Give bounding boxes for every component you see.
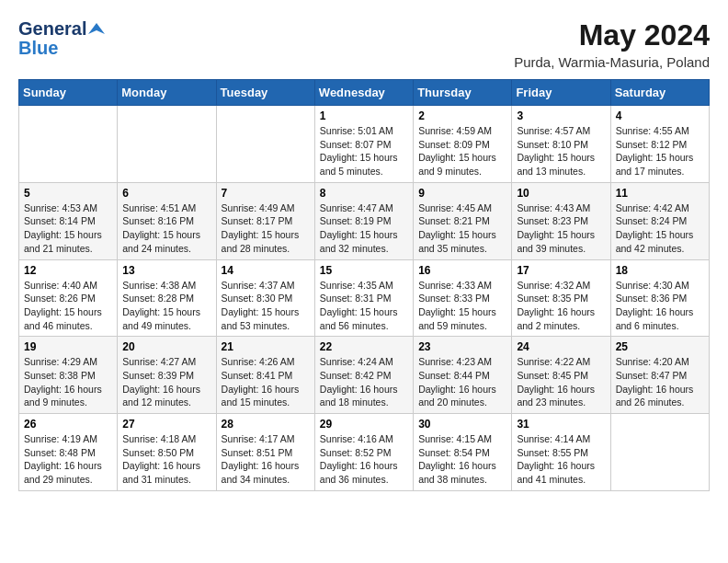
logo: General Blue [18, 18, 105, 59]
calendar-cell: 29Sunrise: 4:16 AM Sunset: 8:52 PM Dayli… [314, 414, 413, 491]
col-header-thursday: Thursday [414, 80, 512, 106]
day-number: 19 [24, 340, 112, 353]
day-info: Sunrise: 4:40 AM Sunset: 8:26 PM Dayligh… [24, 279, 112, 333]
day-info: Sunrise: 4:15 AM Sunset: 8:54 PM Dayligh… [418, 432, 506, 487]
calendar-cell: 23Sunrise: 4:23 AM Sunset: 8:44 PM Dayli… [414, 337, 512, 414]
day-info: Sunrise: 4:45 AM Sunset: 8:21 PM Dayligh… [418, 201, 506, 256]
calendar-week-row: 5Sunrise: 4:53 AM Sunset: 8:14 PM Daylig… [19, 182, 710, 259]
logo-bird-icon [88, 21, 105, 38]
calendar-cell: 12Sunrise: 4:40 AM Sunset: 8:26 PM Dayli… [19, 259, 118, 337]
day-number: 17 [517, 264, 605, 277]
calendar-cell: 24Sunrise: 4:22 AM Sunset: 8:45 PM Dayli… [512, 337, 610, 414]
day-info: Sunrise: 4:42 AM Sunset: 8:24 PM Dayligh… [616, 201, 704, 256]
day-number: 26 [24, 418, 112, 431]
calendar-cell [216, 106, 314, 183]
day-number: 1 [320, 109, 408, 122]
calendar-cell: 5Sunrise: 4:53 AM Sunset: 8:14 PM Daylig… [19, 182, 118, 259]
calendar-cell: 31Sunrise: 4:14 AM Sunset: 8:55 PM Dayli… [512, 414, 610, 491]
day-number: 28 [222, 418, 310, 431]
day-info: Sunrise: 4:24 AM Sunset: 8:42 PM Dayligh… [320, 355, 408, 409]
day-info: Sunrise: 4:26 AM Sunset: 8:41 PM Dayligh… [222, 355, 310, 409]
calendar-cell: 15Sunrise: 4:35 AM Sunset: 8:31 PM Dayli… [314, 259, 413, 337]
day-info: Sunrise: 4:17 AM Sunset: 8:51 PM Dayligh… [222, 432, 310, 487]
calendar-cell [610, 414, 709, 491]
day-info: Sunrise: 4:49 AM Sunset: 8:17 PM Dayligh… [222, 201, 310, 256]
title-area: May 2024 Purda, Warmia-Masuria, Poland [514, 18, 710, 70]
calendar-cell: 26Sunrise: 4:19 AM Sunset: 8:48 PM Dayli… [19, 414, 118, 491]
day-info: Sunrise: 4:19 AM Sunset: 8:48 PM Dayligh… [24, 432, 112, 487]
day-number: 9 [418, 187, 506, 200]
calendar-week-row: 19Sunrise: 4:29 AM Sunset: 8:38 PM Dayli… [19, 337, 710, 414]
day-info: Sunrise: 4:43 AM Sunset: 8:23 PM Dayligh… [517, 201, 605, 256]
col-header-friday: Friday [512, 80, 610, 106]
day-number: 11 [616, 187, 704, 200]
calendar-cell: 6Sunrise: 4:51 AM Sunset: 8:16 PM Daylig… [118, 182, 216, 259]
month-title: May 2024 [514, 18, 710, 52]
calendar-cell: 13Sunrise: 4:38 AM Sunset: 8:28 PM Dayli… [118, 259, 216, 337]
day-number: 18 [616, 264, 704, 277]
day-number: 22 [320, 340, 408, 353]
day-info: Sunrise: 4:30 AM Sunset: 8:36 PM Dayligh… [616, 279, 704, 333]
calendar-table: SundayMondayTuesdayWednesdayThursdayFrid… [18, 79, 710, 491]
day-number: 31 [517, 418, 605, 431]
day-number: 8 [320, 187, 408, 200]
calendar-cell: 9Sunrise: 4:45 AM Sunset: 8:21 PM Daylig… [414, 182, 512, 259]
col-header-saturday: Saturday [610, 80, 709, 106]
day-info: Sunrise: 4:22 AM Sunset: 8:45 PM Dayligh… [517, 355, 605, 409]
svg-marker-0 [88, 23, 105, 34]
calendar-cell: 10Sunrise: 4:43 AM Sunset: 8:23 PM Dayli… [512, 182, 610, 259]
calendar-cell: 28Sunrise: 4:17 AM Sunset: 8:51 PM Dayli… [216, 414, 314, 491]
day-info: Sunrise: 4:23 AM Sunset: 8:44 PM Dayligh… [418, 355, 506, 409]
day-info: Sunrise: 4:51 AM Sunset: 8:16 PM Dayligh… [122, 201, 210, 256]
day-number: 16 [418, 264, 506, 277]
day-info: Sunrise: 4:16 AM Sunset: 8:52 PM Dayligh… [320, 432, 408, 487]
day-number: 15 [320, 264, 408, 277]
logo-blue: Blue [18, 38, 105, 59]
calendar-cell: 17Sunrise: 4:32 AM Sunset: 8:35 PM Dayli… [512, 259, 610, 337]
day-info: Sunrise: 4:57 AM Sunset: 8:10 PM Dayligh… [517, 124, 605, 178]
day-info: Sunrise: 4:38 AM Sunset: 8:28 PM Dayligh… [122, 279, 210, 333]
calendar-cell: 22Sunrise: 4:24 AM Sunset: 8:42 PM Dayli… [314, 337, 413, 414]
day-number: 20 [122, 340, 210, 353]
day-number: 25 [616, 340, 704, 353]
day-number: 7 [222, 187, 310, 200]
day-info: Sunrise: 4:14 AM Sunset: 8:55 PM Dayligh… [517, 432, 605, 487]
col-header-monday: Monday [118, 80, 216, 106]
col-header-tuesday: Tuesday [216, 80, 314, 106]
calendar-cell: 20Sunrise: 4:27 AM Sunset: 8:39 PM Dayli… [118, 337, 216, 414]
col-header-sunday: Sunday [19, 80, 118, 106]
day-info: Sunrise: 4:47 AM Sunset: 8:19 PM Dayligh… [320, 201, 408, 256]
day-number: 29 [320, 418, 408, 431]
calendar-cell: 14Sunrise: 4:37 AM Sunset: 8:30 PM Dayli… [216, 259, 314, 337]
day-info: Sunrise: 4:37 AM Sunset: 8:30 PM Dayligh… [222, 279, 310, 333]
day-number: 27 [122, 418, 210, 431]
day-number: 30 [418, 418, 506, 431]
calendar-header-row: SundayMondayTuesdayWednesdayThursdayFrid… [19, 80, 710, 106]
calendar-cell: 19Sunrise: 4:29 AM Sunset: 8:38 PM Dayli… [19, 337, 118, 414]
day-info: Sunrise: 4:20 AM Sunset: 8:47 PM Dayligh… [616, 355, 704, 409]
calendar-cell: 27Sunrise: 4:18 AM Sunset: 8:50 PM Dayli… [118, 414, 216, 491]
day-number: 10 [517, 187, 605, 200]
location-label: Purda, Warmia-Masuria, Poland [514, 54, 710, 70]
calendar-week-row: 12Sunrise: 4:40 AM Sunset: 8:26 PM Dayli… [19, 259, 710, 337]
calendar-cell: 30Sunrise: 4:15 AM Sunset: 8:54 PM Dayli… [414, 414, 512, 491]
calendar-cell [19, 106, 118, 183]
calendar-cell: 7Sunrise: 4:49 AM Sunset: 8:17 PM Daylig… [216, 182, 314, 259]
logo-general: General [18, 18, 86, 40]
calendar-cell: 21Sunrise: 4:26 AM Sunset: 8:41 PM Dayli… [216, 337, 314, 414]
day-info: Sunrise: 4:29 AM Sunset: 8:38 PM Dayligh… [24, 355, 112, 409]
day-info: Sunrise: 4:32 AM Sunset: 8:35 PM Dayligh… [517, 279, 605, 333]
col-header-wednesday: Wednesday [314, 80, 413, 106]
calendar-cell: 3Sunrise: 4:57 AM Sunset: 8:10 PM Daylig… [512, 106, 610, 183]
day-info: Sunrise: 4:27 AM Sunset: 8:39 PM Dayligh… [122, 355, 210, 409]
day-number: 13 [122, 264, 210, 277]
day-number: 23 [418, 340, 506, 353]
day-number: 14 [222, 264, 310, 277]
day-number: 12 [24, 264, 112, 277]
calendar-cell [118, 106, 216, 183]
calendar-cell: 2Sunrise: 4:59 AM Sunset: 8:09 PM Daylig… [414, 106, 512, 183]
day-number: 3 [517, 109, 605, 122]
day-number: 2 [418, 109, 506, 122]
day-number: 5 [24, 187, 112, 200]
calendar-cell: 16Sunrise: 4:33 AM Sunset: 8:33 PM Dayli… [414, 259, 512, 337]
